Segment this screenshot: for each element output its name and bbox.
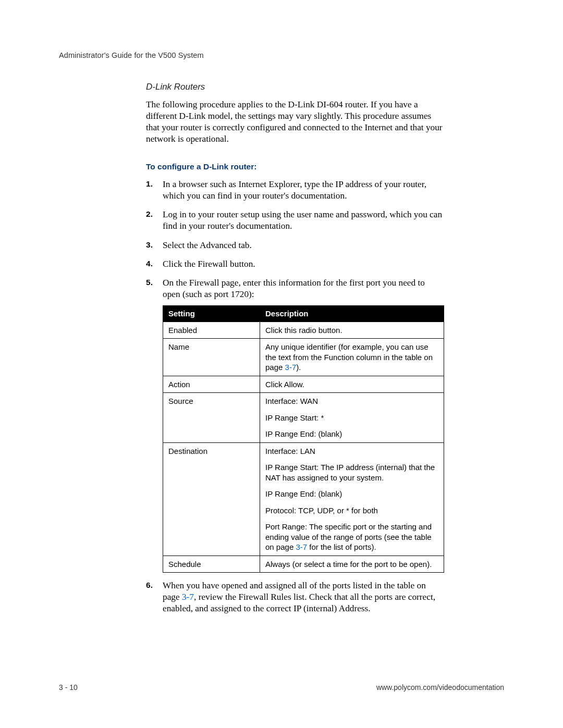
cell-empty (163, 426, 260, 442)
page-ref-link[interactable]: 3-7 (285, 363, 297, 372)
cell-text: for the list of ports). (307, 542, 376, 551)
cell-desc: IP Range Start: The IP address (internal… (260, 459, 444, 486)
cell-text: ). (296, 363, 301, 372)
th-setting: Setting (163, 306, 260, 322)
cell-empty (163, 410, 260, 426)
intro-paragraph: The following procedure applies to the D… (146, 99, 444, 145)
cell-setting: Name (163, 339, 260, 376)
table-row: Port Range: The specific port or the sta… (163, 519, 444, 556)
table-row: Action Click Allow. (163, 376, 444, 393)
cell-setting: Source (163, 393, 260, 410)
step-2: Log in to your router setup using the us… (146, 209, 444, 232)
step-4: Click the Firewall button. (146, 258, 444, 270)
cell-empty (163, 519, 260, 556)
step-6-text-b: , review the Firewall Rules list. Check … (163, 592, 435, 613)
table-row: IP Range Start: * (163, 410, 444, 426)
running-header: Administrator's Guide for the V500 Syste… (59, 51, 504, 59)
cell-desc: IP Range End: (blank) (260, 486, 444, 502)
cell-desc: IP Range End: (blank) (260, 426, 444, 442)
table-header-row: Setting Description (163, 306, 444, 322)
th-description: Description (260, 306, 444, 322)
cell-desc: Protocol: TCP, UDP, or * for both (260, 502, 444, 519)
table-row: Protocol: TCP, UDP, or * for both (163, 502, 444, 519)
cell-setting: Destination (163, 442, 260, 459)
cell-desc: Interface: WAN (260, 393, 444, 410)
page-number: 3 - 10 (59, 683, 78, 692)
page-footer: 3 - 10 www.polycom.com/videodocumentatio… (59, 683, 504, 692)
cell-empty (163, 459, 260, 486)
table-row: Name Any unique identifier (for example,… (163, 339, 444, 376)
step-5-text: On the Firewall page, enter this informa… (163, 278, 425, 299)
cell-setting: Schedule (163, 556, 260, 573)
table-row: IP Range Start: The IP address (internal… (163, 459, 444, 486)
step-1: In a browser such as Internet Explorer, … (146, 179, 444, 202)
procedure-title: To configure a D-Link router: (146, 162, 444, 172)
footer-url: www.polycom.com/videodocumentation (376, 683, 504, 692)
cell-desc: Click this radio button. (260, 322, 444, 339)
cell-desc: Interface: LAN (260, 442, 444, 459)
table-row: IP Range End: (blank) (163, 426, 444, 442)
cell-empty (163, 486, 260, 502)
cell-desc: IP Range Start: * (260, 410, 444, 426)
cell-empty (163, 502, 260, 519)
cell-desc: Always (or select a time for the port to… (260, 556, 444, 573)
procedure-steps: In a browser such as Internet Explorer, … (146, 179, 444, 614)
cell-setting: Action (163, 376, 260, 393)
settings-table: Setting Description Enabled Click this r… (163, 305, 444, 573)
cell-desc: Click Allow. (260, 376, 444, 393)
table-row: Destination Interface: LAN (163, 442, 444, 459)
table-row: IP Range End: (blank) (163, 486, 444, 502)
cell-desc: Port Range: The specific port or the sta… (260, 519, 444, 556)
cell-desc: Any unique identifier (for example, you … (260, 339, 444, 376)
table-row: Source Interface: WAN (163, 393, 444, 410)
step-6: When you have opened and assigned all of… (146, 580, 444, 614)
step-5: On the Firewall page, enter this informa… (146, 277, 444, 573)
page-ref-link[interactable]: 3-7 (296, 542, 307, 551)
subsection-title: D-Link Routers (146, 81, 444, 93)
cell-setting: Enabled (163, 322, 260, 339)
table-row: Schedule Always (or select a time for th… (163, 556, 444, 573)
page: Administrator's Guide for the V500 Syste… (0, 0, 563, 728)
step-3: Select the Advanced tab. (146, 240, 444, 251)
table-row: Enabled Click this radio button. (163, 322, 444, 339)
main-content: D-Link Routers The following procedure a… (146, 81, 444, 614)
page-ref-link[interactable]: 3-7 (182, 592, 194, 602)
